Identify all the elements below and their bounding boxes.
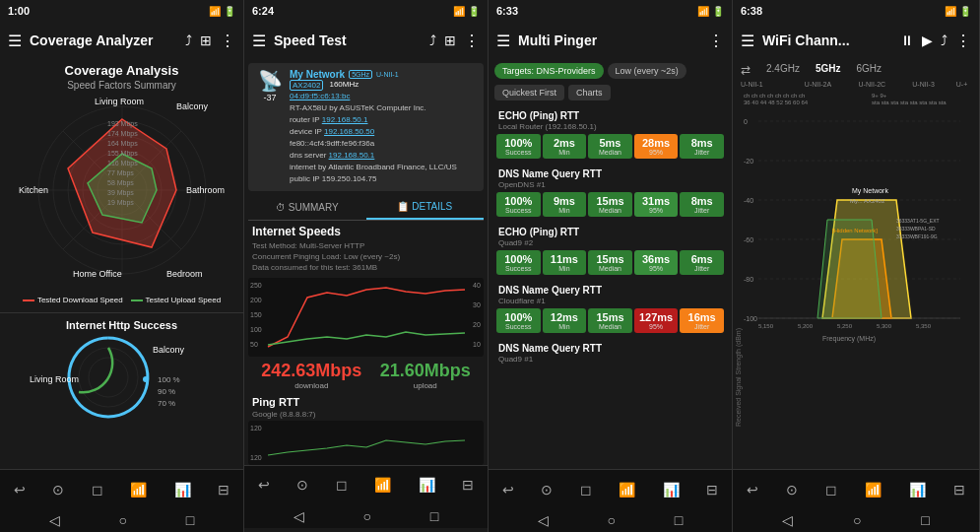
hamburger-icon-1[interactable]: ☰ [8,32,22,50]
grid-icon-1[interactable]: ⊞ [200,33,212,48]
nav-home-3[interactable]: ⊙ [541,482,553,498]
network-model: RT-AX58U by ASUSTeK Computer Inc. [290,102,476,114]
nav-back-arrow-3[interactable]: ◁ [538,512,549,528]
nav-apps-3[interactable]: ◻ [580,482,592,498]
stat-label-0-4: Jitter [682,149,722,156]
nav-chart-4[interactable]: 📊 [909,482,926,498]
share-icon-1[interactable]: ⤴ [185,33,192,48]
network-card-header: 📡 -37 My Network 5GHz U-NII-1 AX2402 160… [256,69,476,185]
targets-pill[interactable]: Targets: DNS-Providers [494,63,604,79]
svg-text:-60: -60 [744,236,753,243]
status-icons-4: 📶 🔋 [945,6,971,17]
ping-stat-1-4: 8ms Jitter [680,192,724,217]
hamburger-icon-3[interactable]: ☰ [496,32,510,50]
hamburger-icon-2[interactable]: ☰ [252,32,266,50]
network-mac-row: 04:d9:f5:c6:13:bc [290,91,476,102]
router-ip-link[interactable]: 192.168.50.1 [322,115,368,124]
nav-apps-2[interactable]: ◻ [336,477,348,493]
nav-grid-2[interactable]: ⊟ [462,477,474,493]
more-icon-1[interactable]: ⋮ [220,32,235,50]
nav-wifi-4[interactable]: 📶 [865,482,882,498]
nav-back-1[interactable]: ↩ [14,482,26,498]
grid-icon-2[interactable]: ⊞ [444,33,456,48]
http-section-title: Internet Http Success [0,317,243,333]
nav-wifi-2[interactable]: 📶 [374,477,391,493]
more-icon-4[interactable]: ⋮ [955,32,971,50]
ping-section-0: ECHO (Ping) RTT Local Router (192.168.50… [492,107,728,163]
pinger-actions: Quickest First Charts [489,83,732,104]
nav-grid-4[interactable]: ⊟ [953,482,965,498]
app-title-3: Multi Pinger [518,33,700,48]
nav-back-2[interactable]: ↩ [258,477,270,493]
nav-apps-1[interactable]: ◻ [92,482,103,498]
nav-chart-3[interactable]: 📊 [663,482,680,498]
swap-icon[interactable]: ⇄ [741,63,751,77]
nav-wifi-3[interactable]: 📶 [619,482,635,498]
app-title-4: WiFi Chann... [762,33,892,48]
share-icon-4[interactable]: ⤴ [941,33,947,48]
charts-btn[interactable]: Charts [568,85,611,100]
nav-grid-1[interactable]: ⊟ [218,482,229,498]
device-ip-link[interactable]: 192.168.50.50 [324,127,374,136]
tab-summary[interactable]: ⏱ SUMMARY [248,195,366,220]
upload-result: 21.60Mbps upload [380,361,471,390]
freq-2g[interactable]: 2.4GHz [766,63,800,77]
nav-home-4[interactable]: ⊙ [786,482,798,498]
ping-section-1-subtitle: OpenDNS #1 [492,180,728,192]
svg-text:31333WBF191-9G: 31333WBF191-9G [896,233,938,239]
bottom-nav-3: ↩ ⊙ ◻ 📶 📊 ⊟ [489,469,732,508]
share-icon-2[interactable]: ⤴ [429,33,436,48]
nav-back-3[interactable]: ↩ [502,482,514,498]
nav-home-1[interactable]: ⊙ [52,482,64,498]
nav-square-4[interactable]: □ [921,512,929,528]
nav-home-2[interactable]: ⊙ [296,477,308,493]
frequency-pill[interactable]: Low (every ~2s) [608,63,686,79]
svg-text:39 Mbps: 39 Mbps [107,189,134,197]
nav-back-arrow-4[interactable]: ◁ [782,512,793,528]
nav-back-4[interactable]: ↩ [747,482,758,498]
battery-icon-3: 🔋 [712,6,724,17]
nav-circle-1[interactable]: ○ [119,512,127,528]
svg-text:19 Mbps: 19 Mbps [107,199,134,207]
hamburger-icon-4[interactable]: ☰ [741,32,754,50]
status-time-1: 1:00 [8,5,30,17]
nav-circle-3[interactable]: ○ [608,512,616,528]
ping-section-2: ECHO (Ping) RTT Quad9 #2 100% Success 11… [492,224,728,279]
nav-apps-4[interactable]: ◻ [825,482,837,498]
freq-6g[interactable]: 6GHz [856,63,882,77]
more-icon-3[interactable]: ⋮ [708,32,724,50]
svg-text:36 40 44 48 52 56 60 64: 36 40 44 48 52 56 60 64 [744,100,809,105]
ping-stats-row-1: 100% Success 9ms Min 15ms Median 31ms 95… [492,192,728,221]
tab-details[interactable]: 📋 DETAILS [366,195,485,220]
svg-text:20: 20 [473,321,481,328]
quickest-btn[interactable]: Quickest First [494,85,564,100]
nav-chart-1[interactable]: 📊 [174,482,191,498]
nav-back-arrow-1[interactable]: ◁ [49,512,60,528]
nav-square-2[interactable]: □ [430,508,438,524]
more-icon-2[interactable]: ⋮ [464,32,480,50]
signal-icon-4: 📶 [945,6,956,17]
nav-square-1[interactable]: □ [186,512,194,528]
svg-text:100 %: 100 % [158,375,180,384]
svg-text:174 Mbps: 174 Mbps [107,130,138,138]
svg-text:100: 100 [250,326,262,333]
ping-subtitle: Google (8.8.8.8:7) [244,410,488,421]
nav-back-arrow-2[interactable]: ◁ [294,508,304,524]
ping-stat-1-3: 31ms 95% [634,192,679,217]
nav-square-3[interactable]: □ [675,512,683,528]
nav-chart-2[interactable]: 📊 [419,477,435,493]
nav-wifi-1[interactable]: 📶 [130,482,147,498]
speed-factors-subtitle: Speed Factors Summary [0,80,243,95]
nav-grid-3[interactable]: ⊟ [706,482,718,498]
nav-circle-2[interactable]: ○ [363,508,371,524]
mac-link[interactable]: 04:d9:f5:c6:13:bc [290,92,350,100]
svg-text:Kitchen: Kitchen [19,185,48,195]
top-bar-3: ☰ Multi Pinger ⋮ [489,22,732,59]
ping-section-4-title: DNS Name Query RTT [492,340,728,355]
stat-val-0-2: 5ms [590,137,630,149]
nav-circle-4[interactable]: ○ [853,512,861,528]
freq-5g[interactable]: 5GHz [816,63,841,77]
pause-icon-4[interactable]: ⏸ [900,33,914,48]
play-icon-4[interactable]: ▶ [922,33,933,48]
dns-link[interactable]: 192.168.50.1 [329,151,375,160]
